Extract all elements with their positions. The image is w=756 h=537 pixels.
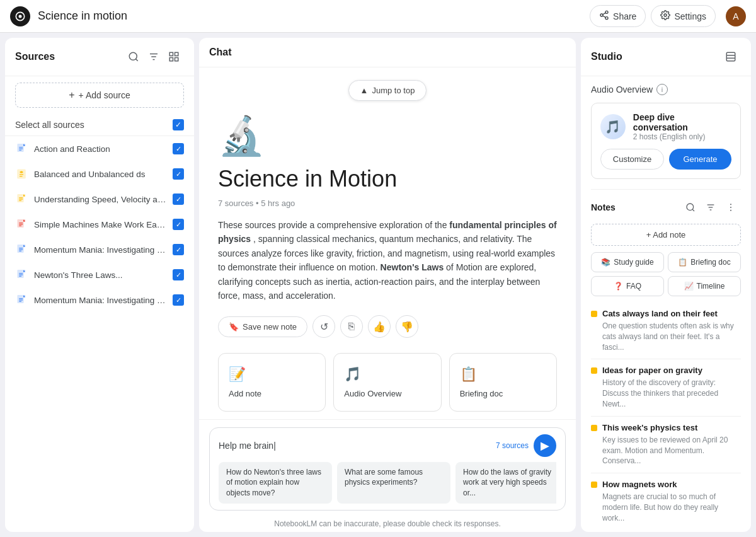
layout-sources-button[interactable] (164, 47, 184, 67)
search-notes-button[interactable] (680, 197, 701, 217)
hero-summary: These sources provide a comprehensive ex… (218, 218, 557, 303)
avatar[interactable]: A (726, 6, 746, 26)
chat-card[interactable]: 🎵Audio Overview (333, 353, 441, 412)
sources-count-badge[interactable]: 7 sources (496, 441, 529, 450)
list-item[interactable]: How magnets work Magnets are crucial to … (591, 473, 741, 529)
list-item[interactable]: Understanding Speed, Velocity and... (5, 187, 194, 212)
add-source-button[interactable]: + + Add source (15, 83, 184, 108)
chat-card[interactable]: 📝Add note (218, 353, 326, 412)
source-checkbox[interactable] (173, 294, 184, 306)
deep-dive-sub: 2 hosts (English only) (633, 132, 731, 141)
chevron-up-icon: ▲ (360, 86, 369, 95)
chat-input[interactable] (219, 441, 496, 451)
source-checkbox[interactable] (173, 269, 184, 280)
list-item[interactable]: Balanced and Unbalanced ds (5, 161, 194, 187)
note-title: How magnets work (602, 480, 677, 489)
jump-to-top-button[interactable]: ▲ Jump to top (348, 80, 427, 101)
hero-emoji: 🔬 (218, 113, 557, 158)
note-header-row: Cats always land on their feet (591, 309, 741, 318)
note-preview: Key issues to be reviewed on April 20 ex… (591, 435, 741, 466)
svg-point-58 (730, 204, 731, 205)
list-item[interactable]: Newton's Three Laws... (5, 262, 194, 287)
list-item[interactable]: Momentum Mania: Investigating th... (5, 237, 194, 262)
note-dot (591, 425, 597, 431)
note-tool-button[interactable]: 📋Briefing doc (668, 252, 741, 272)
filter-sources-button[interactable] (144, 47, 164, 67)
bookmark-icon: 🔖 (229, 322, 239, 332)
info-icon[interactable]: i (656, 84, 668, 95)
share-button[interactable]: Share (590, 5, 646, 27)
thumbs-up-button[interactable]: 👍 (368, 315, 391, 338)
svg-point-2 (605, 11, 608, 13)
note-preview: Magnets are crucial to so much of modern… (591, 492, 741, 523)
main-layout: Sources + + Add source Select a (0, 33, 756, 537)
card-label: Audio Overview (344, 389, 401, 398)
chat-content: ▲ Jump to top 🔬 Science in Motion 7 sour… (199, 67, 576, 419)
generate-button[interactable]: Generate (669, 149, 731, 170)
studio-panel: Studio Audio Overview i 🎵 (581, 38, 751, 532)
audio-overview-section: Audio Overview i 🎵 Deep dive conversatio… (591, 84, 741, 179)
svg-rect-22 (17, 170, 26, 179)
svg-rect-13 (169, 52, 173, 55)
refresh-button[interactable]: ↺ (312, 315, 335, 338)
list-item[interactable]: Action and Reaction (5, 136, 194, 161)
search-sources-button[interactable] (123, 47, 144, 67)
note-dot (591, 367, 597, 374)
source-checkbox[interactable] (173, 143, 184, 154)
source-name: Momentum Mania: Investigating th... (34, 245, 166, 255)
note-tool-button[interactable]: ❓FAQ (591, 276, 664, 296)
list-item[interactable]: Momentum Mania: Investigating th... (5, 287, 194, 313)
note-tool-button[interactable]: 📈Timeline (668, 276, 741, 296)
note-preview: History of the discovery of gravity: Dis… (591, 378, 741, 409)
source-checkbox[interactable] (173, 244, 184, 255)
chat-card[interactable]: 📋Briefing doc (449, 353, 557, 412)
save-note-button[interactable]: 🔖 Save new note (218, 316, 307, 337)
sources-panel: Sources + + Add source Select a (5, 38, 194, 532)
source-checkbox[interactable] (173, 168, 184, 180)
select-all-checkbox[interactable] (173, 119, 184, 130)
suggestion-chip[interactable]: How do the laws of gravity work at very … (455, 462, 556, 504)
source-name: Balanced and Unbalanced ds (34, 170, 166, 179)
customize-button[interactable]: Customize (600, 149, 664, 170)
source-checkbox[interactable] (173, 193, 184, 205)
audio-overview-label: Audio Overview i (591, 84, 741, 95)
svg-rect-46 (23, 296, 25, 297)
note-tool-button[interactable]: 📚Study guide (591, 252, 664, 272)
suggestion-chip[interactable]: What are some famous physics experiments… (337, 462, 450, 504)
suggestion-chip[interactable]: How do Newton's three laws of motion exp… (219, 462, 332, 504)
send-icon: ▶ (541, 439, 549, 453)
studio-layout-button[interactable] (721, 47, 741, 67)
settings-button[interactable]: Settings (651, 5, 716, 27)
sources-title: Sources (15, 51, 123, 62)
note-title: This week's physics test (602, 423, 697, 432)
notes-title: Notes (591, 202, 680, 212)
note-title: Cats always land on their feet (602, 309, 718, 318)
more-notes-button[interactable] (721, 197, 741, 217)
source-checkbox[interactable] (173, 219, 184, 230)
svg-rect-16 (175, 58, 178, 61)
thumbs-down-button[interactable]: 👎 (396, 315, 418, 338)
card-icon: 📝 (229, 366, 246, 383)
chat-input-area: 7 sources ▶ How do Newton's three laws o… (199, 419, 576, 516)
chat-title: Chat (209, 47, 566, 58)
filter-notes-button[interactable] (701, 197, 721, 217)
notes-list: Cats always land on their feet One quest… (591, 303, 741, 530)
sources-header: Sources (5, 38, 194, 76)
audio-icon: 🎵 (600, 114, 626, 139)
add-note-button[interactable]: + Add note (591, 224, 741, 246)
list-item[interactable]: This week's physics test Key issues to b… (591, 417, 741, 473)
list-item[interactable]: Cats always land on their feet One quest… (591, 303, 741, 359)
chat-hero: 🔬 Science in Motion 7 sources • 5 hrs ag… (218, 113, 557, 412)
list-item[interactable]: Ideas for paper on gravity History of th… (591, 359, 741, 416)
source-icon (15, 142, 28, 155)
deep-dive-title: Deep dive conversation (633, 112, 731, 132)
top-nav: Science in motion Share Settings A (0, 0, 756, 33)
select-all-row[interactable]: Select all sources (5, 114, 194, 136)
list-item[interactable]: Simple Machines Make Work Easier... (5, 212, 194, 237)
svg-rect-26 (23, 195, 25, 197)
source-name: Newton's Three Laws... (34, 270, 166, 280)
send-button[interactable]: ▶ (534, 434, 556, 457)
svg-point-7 (664, 14, 667, 16)
copy-button[interactable]: ⎘ (340, 315, 363, 338)
source-name: Momentum Mania: Investigating th... (34, 296, 166, 305)
